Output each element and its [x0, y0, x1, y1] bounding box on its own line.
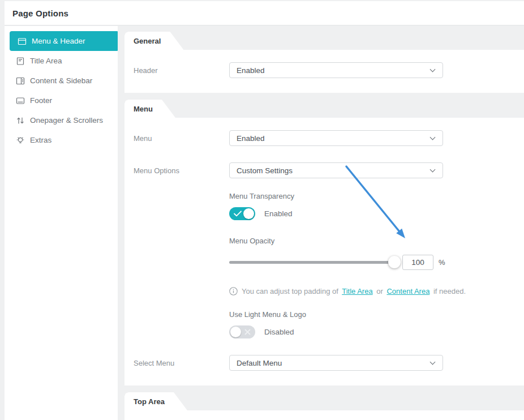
- menu-transparency-label: Menu Transparency: [229, 192, 515, 200]
- sidebar-item-content-sidebar[interactable]: Content & Sidebar: [5, 71, 118, 91]
- menu-options-select[interactable]: Custom Settings: [229, 162, 443, 178]
- select-menu-row: Select Menu Default Menu: [134, 355, 515, 371]
- menu-opacity-label: Menu Opacity: [229, 237, 515, 245]
- select-menu-value: Default Menu: [237, 359, 282, 367]
- header-select-value: Enabled: [237, 66, 265, 75]
- menu-transparency-state: Enabled: [264, 209, 293, 218]
- content-sidebar-icon: [16, 76, 25, 85]
- light-menu-toggle-row: Disabled: [229, 325, 515, 338]
- menu-options-row: Menu Options Custom Settings Menu Transp…: [134, 162, 515, 338]
- header-select[interactable]: Enabled: [229, 62, 443, 78]
- info-icon: [229, 287, 238, 295]
- toggle-knob: [243, 208, 254, 219]
- menu-options-select-value: Custom Settings: [237, 166, 293, 175]
- sidebar-item-menu-header[interactable]: Menu & Header: [10, 31, 119, 51]
- menu-options-label: Menu Options: [134, 162, 229, 338]
- info-text-prefix: You can adjust top padding of: [242, 287, 338, 295]
- menu-transparency-toggle-row: Enabled: [229, 207, 515, 220]
- sidebar-item-label: Content & Sidebar: [30, 76, 92, 85]
- toggle-knob: [230, 327, 241, 337]
- sidebar-item-extras[interactable]: Extras: [5, 130, 118, 150]
- menu-opacity-slider[interactable]: [229, 261, 394, 264]
- menu-row: Menu Enabled: [134, 130, 515, 146]
- info-text-suffix: if needed.: [433, 287, 466, 295]
- sidebar-item-onepager-scrollers[interactable]: Onepager & Scrollers: [5, 110, 118, 130]
- page-options-panel: Page Options Menu & Header Title Area: [0, 0, 524, 420]
- section-tab-top-area: Top Area: [124, 392, 187, 410]
- scrollers-icon: [16, 116, 25, 125]
- info-text-conjunction: or: [376, 287, 383, 295]
- select-menu-label: Select Menu: [134, 355, 229, 371]
- section-tab-menu: Menu: [124, 100, 175, 118]
- menu-transparency-toggle[interactable]: [229, 207, 255, 220]
- select-menu-select[interactable]: Default Menu: [229, 355, 443, 371]
- chevron-down-icon: [430, 134, 436, 140]
- sidebar-item-title-area[interactable]: Title Area: [5, 51, 118, 71]
- chevron-down-icon: [430, 166, 436, 172]
- menu-label: Menu: [134, 130, 229, 146]
- sidebar-item-label: Onepager & Scrollers: [30, 116, 103, 125]
- slider-thumb[interactable]: [388, 256, 401, 268]
- sidebar-item-label: Extras: [30, 136, 51, 144]
- light-menu-state: Disabled: [264, 328, 294, 336]
- sidebar-item-footer[interactable]: Footer: [5, 91, 118, 110]
- menu-opacity-slider-row: %: [229, 254, 515, 270]
- title-area-link[interactable]: Title Area: [342, 287, 372, 295]
- extras-icon: [16, 136, 25, 145]
- sidebar-item-label: Title Area: [30, 57, 62, 65]
- menu-opacity-input[interactable]: [402, 255, 433, 270]
- sidebar: Menu & Header Title Area Content & Sideb…: [5, 26, 118, 420]
- page-title: Page Options: [12, 8, 68, 18]
- padding-info-note: You can adjust top padding of Title Area…: [229, 287, 515, 295]
- header-row: Header Enabled: [134, 62, 515, 78]
- light-menu-label: Use Light Menu & Logo: [229, 310, 515, 319]
- window-titlebar: Page Options: [5, 1, 524, 25]
- section-menu: Menu Menu Enabled Menu Options: [124, 100, 524, 385]
- main-content: General Header Enabled Menu Menu: [118, 26, 524, 420]
- light-menu-toggle[interactable]: [229, 325, 255, 338]
- section-general: General Header Enabled: [124, 32, 524, 93]
- sidebar-item-label: Menu & Header: [32, 37, 85, 45]
- section-tab-general: General: [124, 32, 183, 50]
- footer-icon: [16, 96, 25, 105]
- menu-select-value: Enabled: [237, 134, 265, 143]
- header-label: Header: [134, 62, 229, 78]
- section-top-area: Top Area Top Area Disabled: [124, 392, 524, 420]
- menu-opacity-unit: %: [439, 258, 445, 267]
- check-icon: [234, 211, 242, 217]
- chevron-down-icon: [430, 66, 436, 72]
- sidebar-item-label: Footer: [30, 96, 52, 105]
- menu-select[interactable]: Enabled: [229, 130, 443, 146]
- title-area-icon: [16, 57, 25, 66]
- content-area-link[interactable]: Content Area: [386, 287, 429, 295]
- menu-header-icon: [18, 37, 27, 46]
- chevron-down-icon: [430, 359, 436, 365]
- cross-icon: [244, 329, 251, 335]
